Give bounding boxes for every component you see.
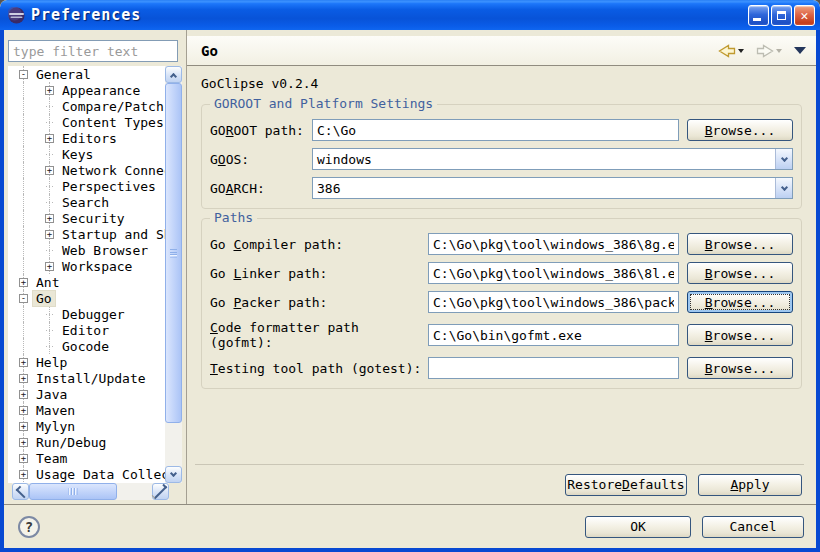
tree-item[interactable]: + Mylyn bbox=[8, 418, 165, 434]
tree-item-label[interactable]: Help bbox=[33, 355, 70, 370]
tree-expander-icon[interactable]: + bbox=[19, 278, 28, 287]
help-button[interactable]: ? bbox=[18, 516, 40, 538]
apply-button[interactable]: Apply bbox=[698, 474, 802, 496]
scroll-left-button[interactable] bbox=[12, 483, 29, 500]
browse-button[interactable]: Browse... bbox=[687, 233, 793, 255]
tree-item[interactable]: - Go bbox=[8, 290, 165, 306]
tree-item-label[interactable]: Run/Debug bbox=[33, 435, 109, 450]
tree-horizontal-scrollbar[interactable] bbox=[12, 483, 169, 500]
tree-item[interactable]: + Install/Update bbox=[8, 370, 165, 386]
tree-item[interactable]: + Maven bbox=[8, 402, 165, 418]
goroot-path-input[interactable] bbox=[312, 119, 679, 141]
back-button[interactable] bbox=[716, 42, 746, 60]
tree-item-label[interactable]: Mylyn bbox=[33, 419, 78, 434]
tree-expander-icon[interactable]: + bbox=[45, 230, 54, 239]
tree-expander-icon[interactable] bbox=[45, 326, 54, 335]
tree-item[interactable]: + Appearance bbox=[8, 82, 165, 98]
tree-expander-icon[interactable] bbox=[45, 150, 54, 159]
tree-expander-icon[interactable]: + bbox=[45, 166, 54, 175]
vertical-scroll-thumb[interactable] bbox=[165, 83, 182, 423]
browse-button[interactable]: Browse... bbox=[687, 291, 793, 313]
browse-button[interactable]: Browse... bbox=[687, 324, 793, 346]
browse-button[interactable]: Browse... bbox=[687, 262, 793, 284]
scroll-right-button[interactable] bbox=[152, 483, 169, 500]
tree-expander-icon[interactable]: + bbox=[19, 358, 28, 367]
path-input[interactable] bbox=[428, 233, 679, 255]
maximize-button[interactable] bbox=[771, 5, 792, 26]
tree-expander-icon[interactable] bbox=[45, 118, 54, 127]
tree-expander-icon[interactable] bbox=[45, 310, 54, 319]
tree-item[interactable]: + Usage Data Collect bbox=[8, 466, 165, 482]
tree-expander-icon[interactable]: + bbox=[19, 406, 28, 415]
tree-expander-icon[interactable]: + bbox=[45, 86, 54, 95]
tree-item-label[interactable]: Java bbox=[33, 387, 70, 402]
path-input[interactable] bbox=[428, 357, 679, 379]
tree-item-label[interactable]: Editors bbox=[59, 131, 120, 146]
tree-expander-icon[interactable]: - bbox=[19, 294, 28, 303]
close-button[interactable]: ✕ bbox=[794, 5, 815, 26]
tree-item[interactable]: Debugger bbox=[8, 306, 165, 322]
tree-item[interactable]: Compare/Patch bbox=[8, 98, 165, 114]
tree-expander-icon[interactable]: + bbox=[45, 214, 54, 223]
tree-item[interactable]: + Workspace bbox=[8, 258, 165, 274]
tree-item[interactable]: + Run/Debug bbox=[8, 434, 165, 450]
tree-expander-icon[interactable]: + bbox=[45, 134, 54, 143]
forward-button[interactable] bbox=[754, 42, 784, 60]
tree-expander-icon[interactable]: + bbox=[19, 454, 28, 463]
tree-expander-icon[interactable]: + bbox=[19, 422, 28, 431]
restore-defaults-button[interactable]: Restore Defaults bbox=[565, 474, 687, 496]
tree-item[interactable]: Perspectives bbox=[8, 178, 165, 194]
cancel-button[interactable]: Cancel bbox=[702, 516, 804, 538]
tree-item[interactable]: + Team bbox=[8, 450, 165, 466]
tree-expander-icon[interactable]: + bbox=[19, 438, 28, 447]
tree-item-label[interactable]: Web Browser bbox=[59, 243, 151, 258]
horizontal-scroll-thumb[interactable] bbox=[29, 483, 117, 500]
tree-expander-icon[interactable] bbox=[45, 246, 54, 255]
tree-item[interactable]: + Help bbox=[8, 354, 165, 370]
tree-expander-icon[interactable]: + bbox=[19, 374, 28, 383]
tree-expander-icon[interactable]: + bbox=[19, 470, 28, 479]
tree-expander-icon[interactable]: + bbox=[45, 262, 54, 271]
tree-item[interactable]: Search bbox=[8, 194, 165, 210]
goarch-combobox[interactable]: 386 bbox=[312, 177, 793, 199]
tree-item-label[interactable]: Perspectives bbox=[59, 179, 159, 194]
tree-item-label[interactable]: Editor bbox=[59, 323, 112, 338]
tree-item-label[interactable]: Usage Data Collect bbox=[33, 467, 165, 482]
tree-item-label[interactable]: Search bbox=[59, 195, 112, 210]
tree-item-label[interactable]: Go bbox=[33, 291, 55, 306]
tree-item-label[interactable]: General bbox=[33, 67, 94, 82]
ok-button[interactable]: OK bbox=[585, 516, 691, 538]
path-input[interactable] bbox=[428, 262, 679, 284]
tree-item-label[interactable]: Workspace bbox=[59, 259, 135, 274]
tree-expander-icon[interactable] bbox=[45, 102, 54, 111]
path-input[interactable] bbox=[428, 291, 679, 313]
goos-combobox[interactable]: windows bbox=[312, 148, 793, 170]
tree-item-label[interactable]: Security bbox=[59, 211, 128, 226]
tree-item-label[interactable]: Debugger bbox=[59, 307, 128, 322]
titlebar[interactable]: Preferences ✕ bbox=[0, 0, 820, 30]
tree-item-label[interactable]: Network Connect bbox=[59, 163, 165, 178]
scroll-up-button[interactable] bbox=[165, 66, 182, 83]
tree-item-label[interactable]: Maven bbox=[33, 403, 78, 418]
tree-item-label[interactable]: Keys bbox=[59, 147, 96, 162]
tree-item[interactable]: Keys bbox=[8, 146, 165, 162]
goroot-browse-button[interactable]: Browse... bbox=[687, 119, 793, 141]
minimize-button[interactable] bbox=[748, 5, 769, 26]
combo-dropdown-button[interactable] bbox=[775, 178, 792, 198]
scroll-down-button[interactable] bbox=[165, 466, 182, 483]
tree-item[interactable]: Gocode bbox=[8, 338, 165, 354]
combo-dropdown-button[interactable] bbox=[775, 149, 792, 169]
tree-item[interactable]: + Editors bbox=[8, 130, 165, 146]
view-menu-icon[interactable] bbox=[794, 47, 806, 54]
tree-item[interactable]: Editor bbox=[8, 322, 165, 338]
tree-item[interactable]: - General bbox=[8, 66, 165, 82]
tree-expander-icon[interactable]: + bbox=[19, 390, 28, 399]
tree-expander-icon[interactable] bbox=[45, 342, 54, 351]
tree-item-label[interactable]: Ant bbox=[33, 275, 62, 290]
tree-item-label[interactable]: Install/Update bbox=[33, 371, 149, 386]
back-dropdown-icon[interactable] bbox=[738, 49, 744, 53]
tree-item[interactable]: + Security bbox=[8, 210, 165, 226]
tree-item-label[interactable]: Content Types bbox=[59, 115, 165, 130]
tree-item-label[interactable]: Team bbox=[33, 451, 70, 466]
tree-item[interactable]: + Ant bbox=[8, 274, 165, 290]
